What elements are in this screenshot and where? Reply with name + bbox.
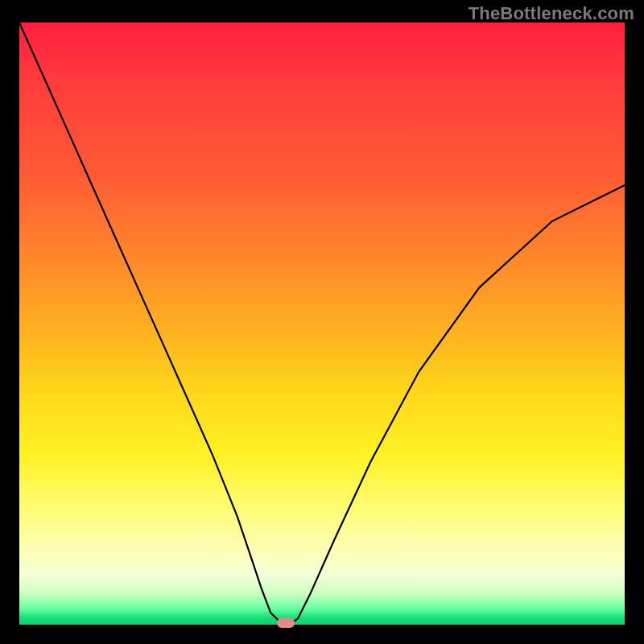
gradient-plot-area <box>19 23 625 625</box>
curve-path <box>19 23 625 623</box>
chart-frame: TheBottleneck.com <box>0 0 644 644</box>
watermark-text: TheBottleneck.com <box>469 3 634 24</box>
optimal-marker <box>277 618 295 628</box>
bottleneck-curve <box>19 23 625 625</box>
